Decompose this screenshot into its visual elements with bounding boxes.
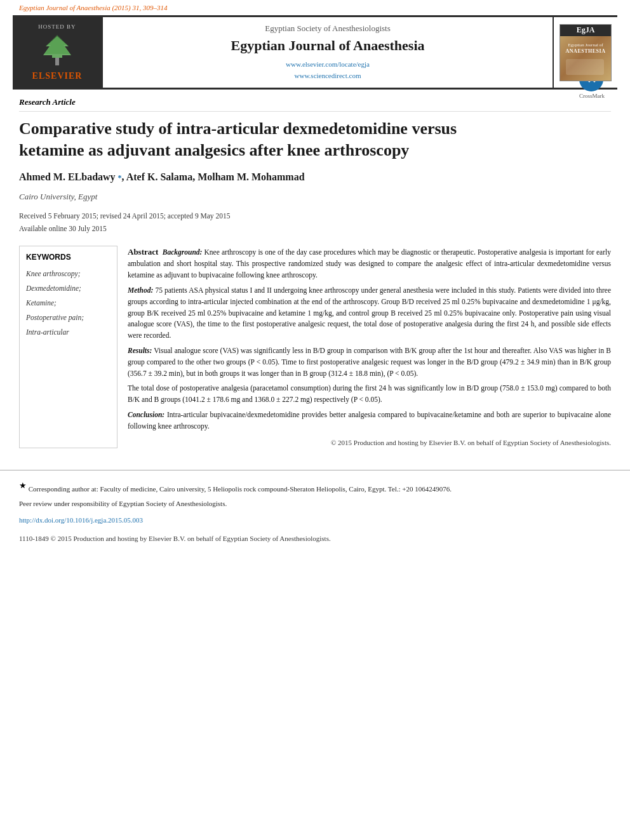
method-text: 75 patients ASA physical status I and II… — [128, 286, 611, 339]
journal-name: Egyptian Journal of Anaesthesia — [231, 37, 425, 54]
results-label: Results: — [128, 347, 152, 354]
peer-review-text: Peer review under responsibility of Egyp… — [19, 500, 227, 507]
svg-marker-2 — [44, 35, 70, 54]
citation-text: Egyptian Journal of Anaesthesia (2015) 3… — [19, 4, 168, 11]
available-online: Available online 30 July 2015 — [19, 222, 611, 236]
abstract-conclusion: Conclusion: Intra-articular bupivacaine/… — [128, 410, 611, 432]
article-divider — [0, 470, 630, 470]
abstract-results-1: Results: Visual analogue score (VAS) was… — [128, 345, 611, 379]
peer-review-note: Peer review under responsibility of Egyp… — [19, 498, 611, 510]
journal-cover-area: EgJA Egyptian Journal ofANAESTHESIA — [554, 17, 617, 88]
article-dates: Received 5 February 2015; revised 24 Apr… — [19, 210, 611, 236]
results-text-1: Visual analogue score (VAS) was signific… — [128, 347, 611, 377]
background-label: Background: — [163, 248, 203, 256]
keyword-3: Ketamine; — [26, 296, 111, 310]
journal-urls: www.elsevier.com/locate/egja www.science… — [286, 59, 370, 81]
doi-link[interactable]: http://dx.doi.org/10.1016/j.egja.2015.05… — [19, 516, 143, 524]
authors-line: Ahmed M. ELbadawy *, Atef K. Salama, Mol… — [19, 171, 611, 183]
elsevier-tree-icon — [38, 34, 76, 69]
footer-notes: ★ Corresponding author at: Faculty of me… — [0, 479, 630, 532]
svg-rect-0 — [55, 58, 59, 65]
keywords-title: KEYWORDS — [26, 253, 111, 262]
body-columns: KEYWORDS Knee arthroscopy; Dexmedetomidi… — [19, 246, 611, 448]
bottom-copyright-bar: 1110-1849 © 2015 Production and hosting … — [0, 532, 630, 549]
abstract-text: Abstract Background: Knee arthroscopy is… — [128, 246, 611, 448]
cover-top-bar: EgJA — [560, 25, 611, 36]
results-text-2: The total dose of postoperative analgesi… — [128, 384, 611, 403]
abstract-column: Abstract Background: Knee arthroscopy is… — [128, 246, 611, 448]
abstract-results-2: The total dose of postoperative analgesi… — [128, 383, 611, 406]
cover-body-text: Egyptian Journal ofANAESTHESIA — [566, 43, 606, 74]
footnote-star: ★ — [19, 481, 27, 490]
abstract-copyright: © 2015 Production and hosting by Elsevie… — [128, 437, 611, 448]
article-content: Research Article ✕ CrossMark Comparative… — [0, 90, 630, 461]
keyword-4: Postoperative pain; — [26, 310, 111, 325]
elsevier-hosted-by: HOSTED BY ELSEVIER — [13, 17, 102, 88]
society-name: Egyptian Society of Anesthesiologists — [265, 23, 391, 34]
abstract-title-label: Abstract — [128, 247, 158, 257]
keyword-2: Dexmedetomidine; — [26, 281, 111, 296]
abstract-intro: Abstract Background: Knee arthroscopy is… — [128, 246, 611, 281]
doi-line[interactable]: http://dx.doi.org/10.1016/j.egja.2015.05… — [19, 515, 611, 526]
abstract-method: Method: 75 patients ASA physical status … — [128, 285, 611, 342]
keywords-box: KEYWORDS Knee arthroscopy; Dexmedetomidi… — [19, 246, 117, 448]
received-revised-accepted: Received 5 February 2015; revised 24 Apr… — [19, 210, 611, 223]
keyword-5: Intra-articular — [26, 325, 111, 340]
article-title: Comparative study of intra-articular dex… — [19, 118, 514, 161]
method-label: Method: — [128, 286, 153, 294]
keyword-1: Knee arthroscopy; — [26, 267, 111, 281]
elsevier-wordmark: ELSEVIER — [32, 71, 83, 81]
corresponding-text: Corresponding author at: Faculty of medi… — [29, 484, 452, 492]
cover-egja-label: EgJA — [577, 25, 595, 35]
sciencedirect-url[interactable]: www.sciencedirect.com — [286, 70, 370, 82]
authors-text: Ahmed M. ELbadawy *, Atef K. Salama, Mol… — [19, 171, 305, 182]
article-section-label: Research Article — [19, 97, 611, 112]
hosted-by-label: HOSTED BY — [38, 23, 76, 30]
keywords-list: Knee arthroscopy; Dexmedetomidine; Ketam… — [26, 267, 111, 340]
journal-header: HOSTED BY ELSEVIER Egyptian Society of A… — [13, 15, 617, 90]
journal-info: Egyptian Society of Anesthesiologists Eg… — [102, 17, 554, 88]
bottom-copyright-text: 1110-1849 © 2015 Production and hosting … — [19, 535, 331, 542]
affiliation-text: Cairo University, Egypt — [19, 192, 611, 202]
corresponding-note: ★ Corresponding author at: Faculty of me… — [19, 479, 611, 495]
elsevier-url[interactable]: www.elsevier.com/locate/egja — [286, 59, 370, 70]
elsevier-logo: ELSEVIER — [32, 34, 83, 81]
corresponding-marker: * — [118, 173, 122, 182]
journal-citation: Egyptian Journal of Anaesthesia (2015) 3… — [0, 0, 630, 15]
conclusion-label: Conclusion: — [128, 411, 164, 418]
conclusion-text: Intra-articular bupivacaine/dexmedetomid… — [128, 411, 611, 430]
journal-cover-image: EgJA Egyptian Journal ofANAESTHESIA — [560, 24, 612, 81]
